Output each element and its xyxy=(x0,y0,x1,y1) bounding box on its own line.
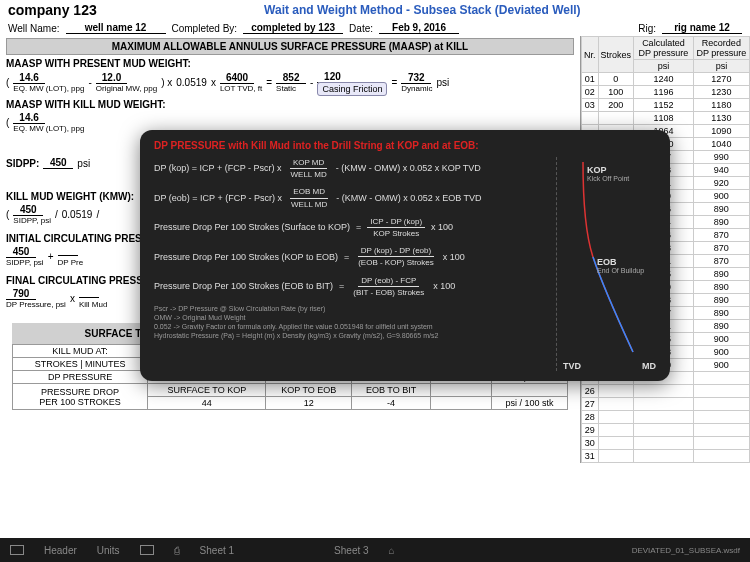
strokes-label: STROKES xyxy=(35,359,78,369)
pd-col-1: KOP TO EOB xyxy=(266,384,352,397)
static-sublabel: Static xyxy=(276,84,306,93)
date-field[interactable]: Feb 9, 2016 xyxy=(379,22,459,34)
table-cell xyxy=(693,372,749,385)
mail-icon-2[interactable] xyxy=(140,545,154,555)
table-cell xyxy=(598,398,634,411)
icp-sidpp-val[interactable]: 450 xyxy=(6,246,36,258)
table-cell: 28 xyxy=(582,411,599,424)
footer-sheet1-tab[interactable]: Sheet 1 xyxy=(200,545,234,556)
f3-eq: = xyxy=(356,221,361,234)
kop-label: KOP xyxy=(587,165,629,175)
table-row: 0320011521180 xyxy=(582,99,750,112)
orig-mw-val[interactable]: 12.0 xyxy=(96,72,127,84)
footer-header-tab[interactable]: Header xyxy=(44,545,77,556)
table-cell xyxy=(582,112,599,125)
th-strokes: Strokes xyxy=(598,37,634,73)
maasp-section-header: MAXIMUM ALLOWABLE ANNULUS SURFACE PRESSU… xyxy=(6,38,574,55)
icp-dp-sublabel: DP Pre xyxy=(58,258,84,267)
md-label: MD xyxy=(642,361,656,371)
fcp-dp-val[interactable]: 790 xyxy=(6,288,36,300)
table-row: 0210011961230 xyxy=(582,86,750,99)
th-calc-unit: psi xyxy=(634,60,694,73)
table-cell: 0 xyxy=(598,73,634,86)
table-cell: 920 xyxy=(693,177,749,190)
table-cell: 890 xyxy=(693,203,749,216)
table-cell: 1130 xyxy=(693,112,749,125)
rig-field[interactable]: rig name 12 xyxy=(662,22,742,34)
th-rec: Recorded DP pressure xyxy=(693,37,749,60)
table-cell xyxy=(634,398,694,411)
table-cell xyxy=(693,385,749,398)
table-cell: 200 xyxy=(598,99,634,112)
table-cell xyxy=(693,411,749,424)
th-rec-unit: psi xyxy=(693,60,749,73)
pd-val-1: 12 xyxy=(266,397,352,410)
th-nr: Nr. xyxy=(582,37,599,73)
table-row: 11081130 xyxy=(582,112,750,125)
table-cell: 900 xyxy=(693,359,749,372)
sidpp-label: SIDPP: xyxy=(6,158,39,169)
table-cell xyxy=(634,450,694,463)
table-cell: 27 xyxy=(582,398,599,411)
f1-num: KOP MD xyxy=(290,157,327,169)
eq-mw-sublabel: EQ. MW (LOT), ppg xyxy=(13,84,84,93)
rig-label: Rig: xyxy=(638,23,656,34)
f5-den: (BIT - EOB) Strokes xyxy=(350,287,427,298)
table-cell: 1270 xyxy=(693,73,749,86)
maasp-present-label: MAASP WITH PRESENT MUD WEIGHT: xyxy=(6,58,574,69)
dynamic-val: 732 xyxy=(401,72,431,84)
table-cell xyxy=(634,424,694,437)
kmw-sidpp-val[interactable]: 450 xyxy=(13,204,43,216)
f4-lhs: Pressure Drop Per 100 Strokes (KOP to EO… xyxy=(154,251,338,264)
note4: Hydrostatic Pressure (Pa) = Height (m) x… xyxy=(154,331,556,340)
table-cell: 870 xyxy=(693,255,749,268)
footer-sheet3-tab[interactable]: Sheet 3 xyxy=(334,545,368,556)
kop-sublabel: Kick Off Point xyxy=(587,175,629,182)
table-cell: 02 xyxy=(582,86,599,99)
table-cell: 940 xyxy=(693,164,749,177)
pd-val-0: 44 xyxy=(148,397,266,410)
pd-unit: psi / 100 stk xyxy=(491,397,567,410)
table-cell: 900 xyxy=(693,346,749,359)
table-cell xyxy=(598,424,634,437)
table-cell: 1240 xyxy=(634,73,694,86)
wellname-field[interactable]: well name 12 xyxy=(66,22,166,34)
table-cell: 1152 xyxy=(634,99,694,112)
f5-lhs: Pressure Drop Per 100 Strokes (EOB to BI… xyxy=(154,280,333,293)
table-cell: 1108 xyxy=(634,112,694,125)
static-val: 852 xyxy=(276,72,306,84)
table-row: 30 xyxy=(582,437,750,450)
kmw-sidpp-sublabel: SIDPP, psi xyxy=(13,216,51,225)
sidpp-val[interactable]: 450 xyxy=(43,157,73,169)
icp-sidpp-sublabel: SIDPP, psi xyxy=(6,258,44,267)
mail-icon[interactable] xyxy=(10,545,24,555)
company-name: company 123 xyxy=(8,2,97,18)
table-cell xyxy=(634,385,694,398)
home-icon[interactable]: ⌂ xyxy=(389,545,395,556)
print-icon[interactable]: ⎙ xyxy=(174,545,180,556)
pd-label1: PRESSURE DROP xyxy=(41,387,119,397)
table-cell xyxy=(634,437,694,450)
eq-mw-val[interactable]: 14.6 xyxy=(13,72,44,84)
pd-col-0: SURFACE TO KOP xyxy=(148,384,266,397)
table-cell: 1180 xyxy=(693,99,749,112)
page-title: Wait and Weight Method - Subsea Stack (D… xyxy=(103,3,742,17)
completedby-field[interactable]: completed by 123 xyxy=(243,22,343,34)
fcp-kmw-sublabel: Kill Mud xyxy=(79,300,107,309)
f2-den: WELL MD xyxy=(288,199,330,210)
pd-col-2: EOB TO BIT xyxy=(352,384,431,397)
kill-eq-mw-val[interactable]: 14.6 xyxy=(13,112,44,124)
table-cell xyxy=(693,424,749,437)
lot-tvd-val[interactable]: 6400 xyxy=(220,72,254,84)
casing-friction-button[interactable]: Casing Friction xyxy=(317,82,387,96)
wellname-label: Well Name: xyxy=(8,23,60,34)
table-row: 27 xyxy=(582,398,750,411)
table-cell xyxy=(598,437,634,450)
table-cell xyxy=(634,411,694,424)
f3-lhs: Pressure Drop Per 100 Strokes (Surface t… xyxy=(154,221,350,234)
dp-pressure-label: DP PRESSURE xyxy=(13,371,148,384)
f2-rhs: - (KMW - OMW) x 0.052 x EOB TVD xyxy=(336,192,481,205)
footer-units-tab[interactable]: Units xyxy=(97,545,120,556)
orig-mw-sublabel: Original MW, ppg xyxy=(96,84,157,93)
table-cell: 26 xyxy=(582,385,599,398)
